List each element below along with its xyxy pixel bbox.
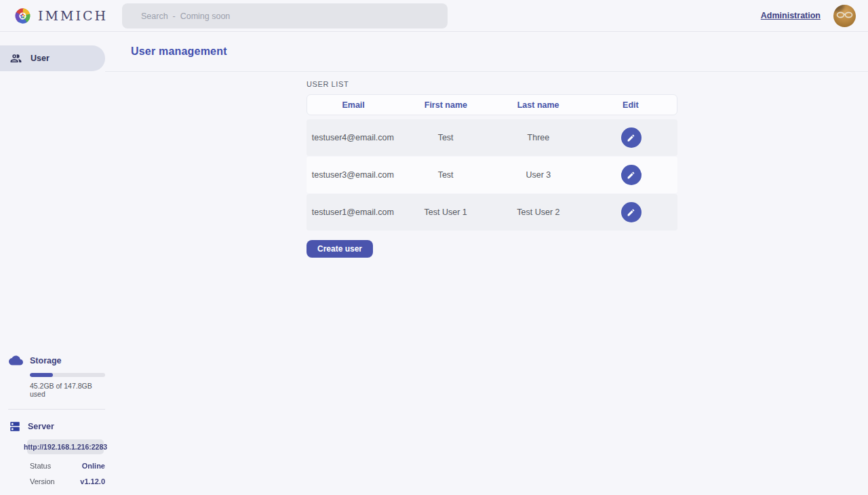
server-version-row: Version v1.12.0 (30, 477, 105, 486)
cell-email: testuser3@email.com (307, 170, 399, 180)
pencil-icon (627, 134, 635, 142)
user-table-header: Email First name Last name Edit (307, 94, 677, 115)
version-value: v1.12.0 (80, 477, 105, 486)
search-input[interactable] (122, 3, 448, 28)
storage-progress-fill (30, 373, 53, 377)
pencil-icon (627, 171, 635, 180)
cell-last-name: Three (492, 133, 585, 142)
page-header: User management (105, 32, 868, 72)
col-header-email: Email (307, 100, 399, 110)
sidebar-item-user[interactable]: User (0, 45, 105, 71)
immich-flower-icon (14, 7, 32, 25)
create-user-button[interactable]: Create user (307, 240, 373, 258)
administration-link[interactable]: Administration (761, 11, 821, 20)
col-header-edit: Edit (585, 100, 677, 110)
admin-sidebar: User Storage 45.2GB of 147.8GB used Serv… (0, 32, 105, 495)
cell-first-name: Test User 1 (399, 207, 492, 217)
cell-last-name: Test User 2 (492, 207, 585, 217)
server-title: Server (28, 422, 54, 431)
storage-section: Storage 45.2GB of 147.8GB used (0, 353, 105, 398)
edit-user-button[interactable] (621, 165, 642, 185)
edit-user-button[interactable] (621, 127, 642, 148)
logo-wordmark: IMMICH (38, 8, 108, 23)
sidebar-item-user-label: User (31, 54, 50, 63)
col-header-last-name: Last name (492, 100, 585, 110)
sidebar-divider (8, 409, 105, 410)
cell-email: testuser4@email.com (307, 133, 399, 142)
col-header-first-name: First name (399, 100, 492, 110)
cell-email: testuser1@email.com (307, 207, 399, 217)
user-avatar[interactable] (833, 5, 856, 27)
server-section: Server http://192.168.1.216:2283 Status … (0, 420, 105, 486)
pencil-icon (627, 208, 635, 217)
status-value: Online (82, 462, 105, 470)
server-url-badge: http://192.168.1.216:2283 (27, 439, 104, 454)
status-label: Status (30, 462, 51, 470)
storage-progress-bar (30, 373, 105, 377)
user-table-row: testuser1@email.com Test User 1 Test Use… (307, 194, 677, 231)
edit-user-button[interactable] (621, 202, 642, 222)
server-icon (9, 420, 21, 433)
user-table-body: testuser4@email.com Test Three testuser3… (307, 119, 677, 231)
cell-first-name: Test (399, 133, 492, 142)
main-content: User management USER LIST Email First na… (105, 0, 868, 258)
top-navbar: IMMICH Administration (0, 0, 868, 32)
cell-last-name: User 3 (492, 170, 585, 180)
users-icon (9, 52, 22, 65)
user-list-label: USER LIST (307, 80, 677, 88)
user-table-row: testuser4@email.com Test Three (307, 119, 677, 156)
version-label: Version (30, 477, 55, 486)
user-table-row: testuser3@email.com Test User 3 (307, 157, 677, 193)
storage-usage-text: 45.2GB of 147.8GB used (30, 382, 105, 398)
glasses-icon (836, 12, 853, 18)
page-title: User management (131, 45, 227, 58)
immich-logo[interactable]: IMMICH (14, 7, 108, 25)
storage-title: Storage (30, 356, 62, 365)
cell-first-name: Test (399, 170, 492, 180)
cloud-icon (9, 353, 23, 368)
server-status-row: Status Online (30, 462, 105, 470)
